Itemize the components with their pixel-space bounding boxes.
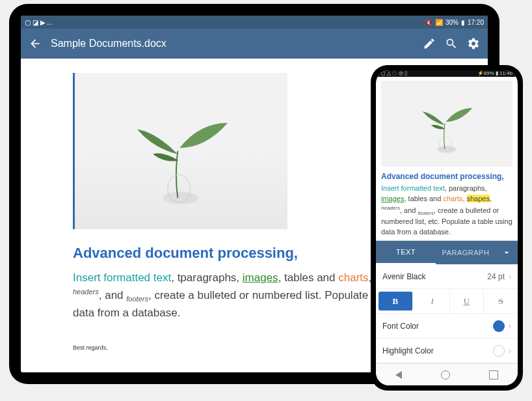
wifi-icon: 📶	[435, 19, 443, 26]
document-title: Sample Documents.docx	[51, 38, 414, 49]
text-insert-formatted: Insert formatted text	[381, 184, 445, 192]
font-row[interactable]: Avenir Black 24 pt ›	[376, 264, 518, 289]
link-images[interactable]: images	[381, 195, 404, 202]
phone-document-image[interactable]	[381, 81, 512, 167]
panel-tabs: TEXT PARAGRAPH	[376, 241, 518, 264]
highlight-color-label: Highlight Color	[382, 346, 434, 355]
text-insert-formatted: Insert formatted text	[73, 271, 171, 284]
chevron-right-icon: ›	[509, 272, 511, 281]
text-shapes-highlighted: shapes	[467, 195, 490, 202]
formatting-panel: TEXT PARAGRAPH Avenir Black 24 pt › B I …	[376, 240, 518, 385]
italic-button[interactable]: I	[416, 289, 450, 313]
tab-text[interactable]: TEXT	[376, 241, 436, 264]
font-size-value: 24 pt	[487, 272, 505, 281]
text-footers-subscript: footers	[126, 295, 148, 303]
edit-icon[interactable]	[423, 37, 436, 50]
font-color-label: Font Color	[382, 322, 419, 331]
tab-paragraph[interactable]: PARAGRAPH	[436, 241, 496, 264]
nav-recents-icon[interactable]	[489, 370, 498, 380]
phone-nav-bar	[376, 363, 518, 385]
back-arrow-icon[interactable]	[29, 37, 42, 50]
phone-status-left: ◻︎ △ ◌ ◎ ▯	[381, 70, 407, 76]
battery-icon: ▮	[461, 19, 465, 26]
strikethrough-button[interactable]: S	[484, 289, 518, 313]
style-buttons-row: B I U S	[376, 289, 518, 314]
document-image-plant[interactable]	[73, 73, 287, 229]
link-images[interactable]: images	[243, 271, 278, 284]
text-plain: , tables and	[278, 271, 339, 284]
font-color-swatch	[493, 320, 505, 332]
phone-frame: ◻︎ △ ◌ ◎ ▯ ⚡89% ▮ 11:46 Advanced documen…	[371, 65, 523, 391]
text-headers-superscript: headers	[73, 288, 99, 296]
phone-document-area[interactable]: Advanced document processing, Insert for…	[376, 77, 518, 240]
plant-illustration	[117, 89, 245, 214]
text-plain: , tparagraphs,	[171, 271, 243, 284]
status-icons-left: ▢ ◪ ▶ ...	[25, 19, 53, 26]
phone-status-bar: ◻︎ △ ◌ ◎ ▯ ⚡89% ▮ 11:46	[376, 70, 518, 77]
tablet-app-bar: Sample Documents.docx	[21, 29, 488, 59]
font-color-row[interactable]: Font Color ›	[376, 314, 518, 339]
battery-text: 30%	[446, 19, 459, 26]
text-footers-subscript: footers	[418, 210, 433, 216]
nav-back-icon[interactable]	[395, 371, 402, 379]
text-headers-superscript: headers	[381, 205, 400, 211]
font-name-value: Avenir Black	[382, 272, 425, 281]
highlight-color-row[interactable]: Highlight Color ›	[376, 339, 518, 363]
chevron-right-icon: ›	[509, 346, 511, 355]
phone-screen: ◻︎ △ ◌ ◎ ▯ ⚡89% ▮ 11:46 Advanced documen…	[376, 70, 518, 385]
gear-icon[interactable]	[467, 37, 480, 50]
chevron-right-icon: ›	[509, 322, 511, 331]
phone-doc-heading[interactable]: Advanced document processing,	[381, 172, 512, 181]
phone-doc-paragraph[interactable]: Insert formatted text, paragraphs, image…	[381, 184, 512, 238]
phone-status-right: ⚡89% ▮ 11:46	[477, 70, 512, 76]
search-icon[interactable]	[445, 37, 458, 50]
bold-button[interactable]: B	[379, 292, 413, 311]
text-charts: charts	[443, 195, 462, 202]
nav-home-icon[interactable]	[441, 370, 450, 380]
mute-icon: 🔇	[425, 19, 432, 26]
status-time: 17:20	[468, 19, 484, 26]
tablet-status-bar: ▢ ◪ ▶ ... 🔇 📶 30% ▮ 17:20	[21, 16, 488, 29]
collapse-panel-button[interactable]	[496, 247, 518, 258]
plant-illustration	[407, 89, 486, 158]
underline-button[interactable]: U	[450, 289, 485, 313]
highlight-color-swatch	[493, 345, 505, 357]
text-plain: , and	[99, 289, 127, 301]
text-charts: charts	[338, 271, 368, 284]
